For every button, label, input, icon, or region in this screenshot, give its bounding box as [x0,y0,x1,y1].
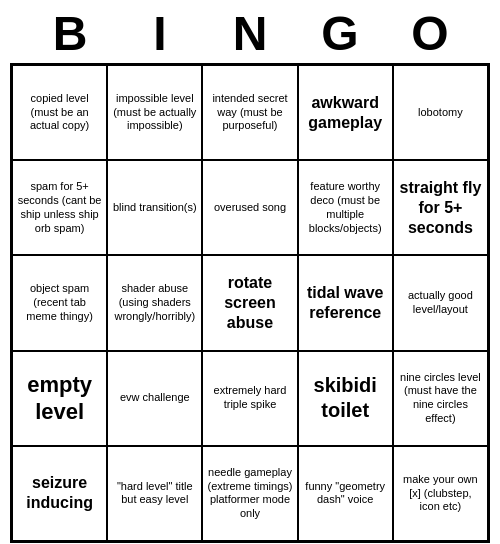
bingo-letter-O: O [385,6,475,61]
cell-r3c4: nine circles level (must have the nine c… [393,351,488,446]
cell-r2c4: actually good level/layout [393,255,488,350]
cell-r3c1: evw challenge [107,351,202,446]
cell-r0c3: awkward gameplay [298,65,393,160]
cell-r2c2: rotate screen abuse [202,255,297,350]
cell-r3c0: empty level [12,351,107,446]
cell-r1c2: overused song [202,160,297,255]
cell-r2c1: shader abuse (using shaders wrongly/horr… [107,255,202,350]
cell-r1c1: blind transition(s) [107,160,202,255]
cell-r0c4: lobotomy [393,65,488,160]
cell-r0c1: impossible level (must be actually impos… [107,65,202,160]
cell-r4c3: funny "geometry dash" voice [298,446,393,541]
cell-r4c0: seizure inducing [12,446,107,541]
cell-r2c3: tidal wave reference [298,255,393,350]
cell-r4c2: needle gameplay (extreme timings) platfo… [202,446,297,541]
bingo-letter-B: B [25,6,115,61]
bingo-header: BINGO [0,0,500,63]
cell-r4c4: make your own [x] (clubstep, icon etc) [393,446,488,541]
cell-r1c3: feature worthy deco (must be multiple bl… [298,160,393,255]
cell-r3c3: skibidi toilet [298,351,393,446]
cell-r1c4: straight fly for 5+ seconds [393,160,488,255]
cell-r4c1: "hard level" title but easy level [107,446,202,541]
cell-r1c0: spam for 5+ seconds (cant be ship unless… [12,160,107,255]
cell-r3c2: extremely hard triple spike [202,351,297,446]
bingo-letter-N: N [205,6,295,61]
bingo-letter-G: G [295,6,385,61]
cell-r0c0: copied level (must be an actual copy) [12,65,107,160]
bingo-letter-I: I [115,6,205,61]
bingo-grid: copied level (must be an actual copy)imp… [10,63,490,543]
cell-r0c2: intended secret way (must be purposeful) [202,65,297,160]
cell-r2c0: object spam (recent tab meme thingy) [12,255,107,350]
